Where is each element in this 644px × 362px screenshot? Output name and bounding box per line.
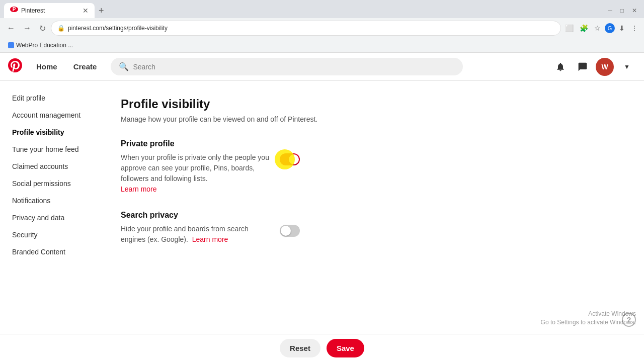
url-display: pinterest.com/settings/profile-visibilit… bbox=[68, 25, 168, 32]
search-privacy-toggle-thumb bbox=[281, 226, 291, 236]
help-button-wrapper: ? bbox=[622, 313, 636, 327]
sidebar-item-security[interactable]: Security bbox=[4, 227, 97, 243]
search-privacy-toggle-wrapper bbox=[280, 225, 300, 237]
browser-chrome: P Pinterest ✕ + ─ □ ✕ ← → ↻ 🔒 pinterest.… bbox=[0, 0, 644, 53]
search-bar[interactable]: 🔍 Search bbox=[111, 58, 463, 75]
sidebar: Edit profile Account management Profile … bbox=[0, 81, 101, 362]
search-privacy-title: Search privacy bbox=[121, 211, 624, 220]
sidebar-item-branded-content[interactable]: Branded Content bbox=[4, 244, 97, 260]
sidebar-item-social-permissions[interactable]: Social permissions bbox=[4, 175, 97, 192]
maximize-button[interactable]: □ bbox=[617, 7, 627, 14]
address-bar-row: ← → ↻ 🔒 pinterest.com/settings/profile-v… bbox=[0, 18, 644, 38]
footer-buttons: Reset Save bbox=[0, 334, 644, 362]
sidebar-item-claimed-accounts[interactable]: Claimed accounts bbox=[4, 158, 97, 174]
bookmark-button[interactable]: ☆ bbox=[592, 22, 603, 34]
page-title: Profile visibility bbox=[121, 97, 624, 111]
save-button[interactable]: Save bbox=[327, 339, 364, 357]
create-nav-link[interactable]: Create bbox=[67, 58, 103, 75]
help-button[interactable]: ? bbox=[622, 313, 636, 327]
address-bar[interactable]: 🔒 pinterest.com/settings/profile-visibil… bbox=[51, 21, 561, 36]
search-icon: 🔍 bbox=[119, 62, 129, 71]
search-privacy-toggle[interactable] bbox=[280, 225, 300, 237]
private-profile-title: Private profile bbox=[121, 139, 624, 148]
search-privacy-section: Search privacy Hide your profile and boa… bbox=[121, 211, 624, 245]
messages-button[interactable] bbox=[574, 58, 592, 76]
private-profile-toggle-thumb bbox=[289, 154, 299, 164]
main-layout: Edit profile Account management Profile … bbox=[0, 81, 644, 362]
private-profile-learn-more[interactable]: Learn more bbox=[121, 185, 157, 193]
minimize-button[interactable]: ─ bbox=[605, 7, 615, 14]
menu-button[interactable]: ⋮ bbox=[629, 22, 640, 34]
private-profile-toggle[interactable] bbox=[280, 153, 300, 165]
account-menu-chevron[interactable]: ▼ bbox=[618, 58, 636, 76]
search-placeholder: Search bbox=[133, 63, 155, 71]
tab-title: Pinterest bbox=[21, 7, 45, 14]
search-privacy-description: Hide your profile and boards from search… bbox=[121, 224, 272, 245]
tab-favicon: P bbox=[10, 7, 18, 15]
header-nav: Home Create bbox=[30, 58, 103, 75]
tab-close-button[interactable]: ✕ bbox=[83, 7, 89, 15]
page-subtitle: Manage how your profile can be viewed on… bbox=[121, 115, 624, 123]
bookmark-label: WebPro Education ... bbox=[16, 42, 73, 49]
header-actions: W ▼ bbox=[551, 58, 636, 76]
private-profile-desc-span: When your profile is private only the pe… bbox=[121, 153, 269, 183]
back-button[interactable]: ← bbox=[4, 22, 18, 35]
bottom-right-area: ? bbox=[622, 293, 636, 327]
notifications-button[interactable] bbox=[551, 58, 570, 76]
screen-cast-button[interactable]: ⬜ bbox=[563, 22, 576, 34]
search-privacy-desc-text: Hide your profile and boards from search… bbox=[121, 224, 272, 245]
search-privacy-desc-span: Hide your profile and boards from search… bbox=[121, 225, 249, 243]
home-nav-link[interactable]: Home bbox=[30, 58, 63, 75]
sidebar-item-privacy-data[interactable]: Privacy and data bbox=[4, 210, 97, 226]
bookmark-favicon-icon bbox=[8, 42, 14, 48]
main-content: Profile visibility Manage how your profi… bbox=[101, 81, 644, 362]
bookmarks-bar: WebPro Education ... bbox=[0, 38, 644, 52]
pinterest-favicon-icon: P bbox=[10, 7, 18, 12]
private-profile-section: Private profile When your profile is pri… bbox=[121, 139, 624, 195]
private-profile-desc-text: When your profile is private only the pe… bbox=[121, 152, 272, 195]
lock-icon: 🔒 bbox=[57, 25, 65, 32]
download-button[interactable]: ⬇ bbox=[617, 22, 627, 34]
tab-bar: P Pinterest ✕ + ─ □ ✕ bbox=[0, 0, 644, 18]
reset-button[interactable]: Reset bbox=[280, 339, 320, 357]
user-avatar[interactable]: W bbox=[596, 58, 614, 76]
browser-actions: ⬜ 🧩 ☆ G ⬇ ⋮ bbox=[563, 22, 640, 34]
sidebar-item-profile-visibility[interactable]: Profile visibility bbox=[4, 124, 97, 140]
search-privacy-learn-more[interactable]: Learn more bbox=[192, 235, 228, 243]
window-controls: ─ □ ✕ bbox=[605, 7, 640, 14]
profile-button[interactable]: G bbox=[605, 23, 615, 33]
forward-button[interactable]: → bbox=[20, 22, 34, 35]
reload-button[interactable]: ↻ bbox=[36, 22, 49, 35]
private-profile-row: When your profile is private only the pe… bbox=[121, 152, 624, 195]
search-privacy-row: Hide your profile and boards from search… bbox=[121, 224, 624, 245]
sidebar-item-account-management[interactable]: Account management bbox=[4, 107, 97, 123]
pinterest-logo[interactable] bbox=[8, 58, 22, 75]
extensions-button[interactable]: 🧩 bbox=[578, 22, 590, 34]
private-profile-description: When your profile is private only the pe… bbox=[121, 152, 272, 195]
sidebar-item-notifications[interactable]: Notifications bbox=[4, 193, 97, 209]
private-profile-toggle-wrapper bbox=[280, 153, 300, 165]
sidebar-item-tune-home-feed[interactable]: Tune your home feed bbox=[4, 141, 97, 157]
new-tab-button[interactable]: + bbox=[95, 4, 108, 18]
app-header: Home Create 🔍 Search W ▼ bbox=[0, 53, 644, 81]
sidebar-item-edit-profile[interactable]: Edit profile bbox=[4, 90, 97, 106]
close-button[interactable]: ✕ bbox=[629, 7, 640, 14]
active-tab[interactable]: P Pinterest ✕ bbox=[4, 3, 95, 18]
bookmark-webpro[interactable]: WebPro Education ... bbox=[4, 41, 77, 50]
